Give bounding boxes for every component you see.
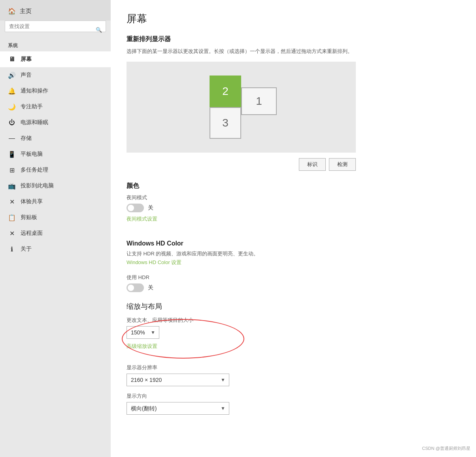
clipboard-icon: 📋 [8,213,16,221]
scale-title: 缩放与布局 [127,302,460,311]
advanced-scale-link[interactable]: 高级缩放设置 [127,343,157,350]
sidebar-item-label: 通知和操作 [21,87,48,94]
sidebar-home[interactable]: 🏠 主页 [0,0,111,21]
sidebar-section-label: 系统 [0,38,111,51]
monitor-1-label: 1 [256,95,262,108]
power-icon: ⏻ [8,119,16,127]
sidebar-item-notifications[interactable]: 🔔 通知和操作 [0,83,111,99]
sidebar-item-label: 电源和睡眠 [21,119,48,126]
scale-select[interactable]: 100% 125% 150% 175% 200% [127,326,159,339]
night-mode-toggle[interactable] [127,204,144,212]
share-icon: ✕ [8,198,16,206]
home-icon: 🏠 [8,7,16,15]
sidebar-item-label: 平板电脑 [21,151,43,158]
main-content: 屏幕 重新排列显示器 选择下面的某一显示器以更改其设置。长按（或选择）一个显示器… [111,0,476,457]
resolution-select-wrapper: 1920 × 1080 2160 × 1920 3840 × 2160 ▼ [127,374,229,386]
project-icon: 📺 [8,182,16,190]
sidebar-item-label: 关于 [21,245,32,253]
sidebar-item-label: 剪贴板 [21,214,37,221]
sidebar-item-label: 体验共享 [21,198,43,205]
detect-button[interactable]: 检测 [329,158,356,171]
multitask-icon: ⊞ [8,166,16,174]
about-icon: ℹ [8,245,16,253]
orientation-select-wrapper: 横向 纵向 横向(翻转) 纵向(翻转) ▼ [127,402,229,415]
sidebar-item-share[interactable]: ✕ 体验共享 [0,194,111,210]
orientation-select[interactable]: 横向 纵向 横向(翻转) 纵向(翻转) [127,402,229,415]
search-input[interactable] [5,21,106,32]
scale-item-label: 更改文本、应用等项目的大小 [127,317,460,324]
storage-icon: — [8,134,16,142]
night-mode-toggle-row: 关 [127,204,460,212]
display-icon: 🖥 [8,55,16,63]
sidebar-item-project[interactable]: 📺 投影到此电脑 [0,178,111,194]
monitor-1[interactable]: 1 [241,87,277,115]
display-arrangement-box: 2 1 3 [127,62,356,153]
monitor-2[interactable]: 2 [210,76,241,107]
color-title: 颜色 [127,182,460,190]
hd-color-title: Windows HD Color [127,240,460,247]
tablet-icon: 📱 [8,150,16,158]
rearrange-desc: 选择下面的某一显示器以更改其设置。长按（或选择）一个显示器，然后通过拖动方式来重… [127,47,460,55]
sidebar-item-label: 存储 [21,135,32,142]
hdr-state: 关 [148,284,153,291]
display-monitors: 2 1 3 [202,76,281,139]
hdr-label: 使用 HDR [127,274,460,281]
sidebar-search-container: 🔍 [0,21,111,38]
sidebar-item-display[interactable]: 🖥 屏幕 [0,51,111,67]
monitor-3-label: 3 [222,117,229,129]
notifications-icon: 🔔 [8,87,16,95]
monitor-2-label: 2 [222,85,229,98]
page-title: 屏幕 [127,12,460,26]
sidebar-item-remote[interactable]: ✕ 远程桌面 [0,225,111,241]
watermark: CSDN @普通厨师刘昂星 [422,446,470,451]
sidebar-item-multitask[interactable]: ⊞ 多任务处理 [0,162,111,178]
rearrange-title: 重新排列显示器 [127,35,460,43]
sidebar-item-label: 屏幕 [21,56,32,63]
orientation-label: 显示方向 [127,393,460,400]
scale-select-container: 100% 125% 150% 175% 200% ▼ [127,326,159,343]
sidebar-item-focus[interactable]: 🌙 专注助手 [0,99,111,115]
night-mode-state: 关 [148,204,153,212]
color-section: 颜色 夜间模式 关 夜间模式设置 [127,182,460,230]
sidebar-item-about[interactable]: ℹ 关于 [0,241,111,257]
red-oval-annotation [122,319,244,359]
monitor-3[interactable]: 3 [210,107,241,139]
display-buttons: 标识 检测 [127,158,356,171]
resolution-label: 显示器分辨率 [127,364,460,371]
sidebar-item-clipboard[interactable]: 📋 剪贴板 [0,210,111,225]
night-mode-label: 夜间模式 [127,194,460,201]
sound-icon: 🔊 [8,71,16,79]
sidebar-item-label: 远程桌面 [21,230,43,237]
sidebar-item-label: 声音 [21,72,32,79]
focus-icon: 🌙 [8,103,16,111]
sidebar-item-label: 专注助手 [21,103,43,110]
night-mode-settings-link[interactable]: 夜间模式设置 [127,215,157,223]
sidebar-item-label: 投影到此电脑 [21,182,54,189]
sidebar-item-sound[interactable]: 🔊 声音 [0,67,111,83]
hd-color-settings-link[interactable]: Windows HD Color 设置 [127,259,181,266]
hdr-toggle-row: 关 [127,283,460,292]
rearrange-section: 重新排列显示器 选择下面的某一显示器以更改其设置。长按（或选择）一个显示器，然后… [127,35,460,171]
identify-button[interactable]: 标识 [299,158,326,171]
sidebar: 🏠 主页 🔍 系统 🖥 屏幕 🔊 声音 🔔 通知和操作 🌙 专注助手 ⏻ 电源和… [0,0,111,457]
hdr-toggle[interactable] [127,283,144,292]
hd-color-desc: 让支持 HDR 的视频、游戏和应用的画面更明亮、更生动。 [127,250,460,257]
resolution-select[interactable]: 1920 × 1080 2160 × 1920 3840 × 2160 [127,374,229,386]
scale-select-wrapper: 100% 125% 150% 175% 200% ▼ [127,326,159,339]
remote-icon: ✕ [8,229,16,237]
sidebar-home-label: 主页 [20,8,32,15]
scale-section: 缩放与布局 更改文本、应用等项目的大小 100% 125% 150% 175% … [127,302,460,415]
search-icon: 🔍 [96,26,102,32]
sidebar-item-power[interactable]: ⏻ 电源和睡眠 [0,115,111,130]
sidebar-item-tablet[interactable]: 📱 平板电脑 [0,146,111,162]
sidebar-item-label: 多任务处理 [21,166,48,174]
sidebar-item-storage[interactable]: — 存储 [0,130,111,146]
hd-color-section: Windows HD Color 让支持 HDR 的视频、游戏和应用的画面更明亮… [127,240,460,292]
